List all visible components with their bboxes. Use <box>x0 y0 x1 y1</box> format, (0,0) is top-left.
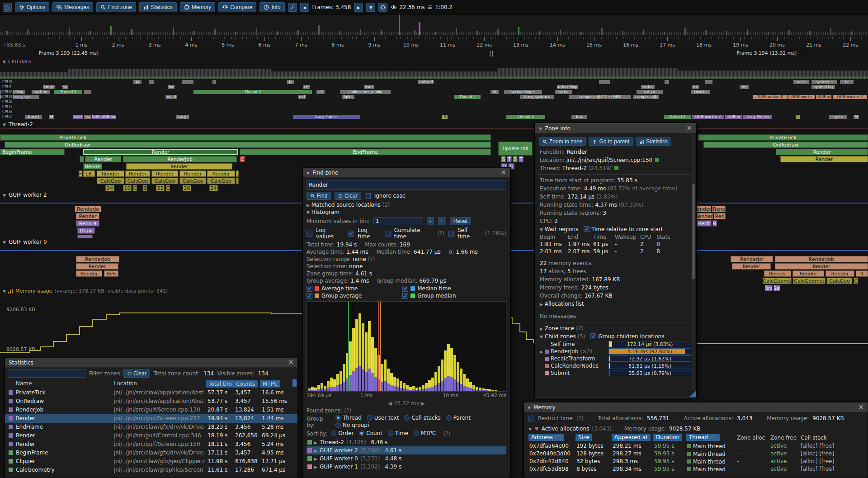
group-by-option[interactable]: Thread <box>335 415 362 421</box>
timeline-zone[interactable]: ja <box>133 80 142 84</box>
sort-by-option[interactable]: MTPC <box>414 430 436 436</box>
timeline-zone[interactable]: 22 <box>156 185 165 191</box>
timeline-zone[interactable]: T <box>519 156 524 162</box>
cpu-usage-graph[interactable] <box>0 66 868 79</box>
timeline-zone[interactable]: Render <box>780 156 868 162</box>
column-header-mtpc[interactable]: MTPC <box>260 380 280 388</box>
timeline-zone[interactable]: CalcGeo <box>179 178 206 184</box>
timeline-zone[interactable]: Render <box>179 170 206 177</box>
clear-button[interactable]: Clear <box>335 192 361 200</box>
statistics-table-row[interactable]: Render jni/../jni/src/guif/Screen.cpp:15… <box>5 440 297 449</box>
timeline-zone[interactable]: cfi <box>316 90 325 94</box>
goto-frame-button[interactable] <box>378 3 387 12</box>
timeline-zone[interactable]: OnRedraw <box>5 142 491 148</box>
sort-by-option[interactable]: Order <box>331 430 354 436</box>
allocation-row[interactable]: 0x7e049b3d00 128 bytes 298.27 ms 59.95 s… <box>524 450 868 458</box>
allocation-address[interactable]: 0x7dfc42d640 <box>529 458 569 464</box>
close-icon[interactable] <box>858 404 864 411</box>
timeline-zone[interactable]: C <box>133 185 137 191</box>
wait-region-row[interactable]: 1.91 ms1.97 ms61 μs -2R <box>535 241 696 248</box>
expand-icon[interactable] <box>314 448 317 453</box>
messages-button[interactable]: Messages <box>52 2 93 12</box>
timeline-zone[interactable]: 8 <box>143 185 147 191</box>
statistics-button[interactable]: Statistics <box>139 2 177 12</box>
timeline-zone[interactable]: Thread-2 <box>193 90 312 94</box>
timeline-zone[interactable]: Render <box>76 213 99 219</box>
statistics-table-row[interactable]: RenderJob jni/../jni/src/guif/Screen.cpp… <box>5 406 297 414</box>
legend-checkbox[interactable] <box>402 293 408 299</box>
find-zone-search-input[interactable] <box>307 180 506 190</box>
timeline-zone[interactable]: S <box>501 156 506 162</box>
timeline-zone[interactable]: Ren <box>714 213 726 219</box>
filter-zones-input[interactable] <box>9 369 85 378</box>
timeline-zone[interactable]: system-bg <box>811 85 835 89</box>
timeline-zone[interactable]: rot_co <box>637 90 663 94</box>
allocation-appeared-at[interactable]: 298.3 ms <box>613 458 638 464</box>
compare-button[interactable]: Compare <box>218 2 256 12</box>
timeline-zone[interactable]: sen-s <box>793 80 809 84</box>
timeline-zone[interactable]: RenderJol <box>731 256 773 262</box>
timeline-zone[interactable]: F <box>79 170 82 177</box>
statistics-table-row[interactable]: PrivateTick jni/../jni/src/claw/applicat… <box>5 388 297 397</box>
timeline-zone[interactable]: rot_d <box>165 95 177 99</box>
timeline-zone[interactable]: tracy_systrace <box>520 95 554 99</box>
memory-window-titlebar[interactable]: Memory <box>524 402 868 412</box>
timeline-zone[interactable]: Render <box>97 170 124 177</box>
timeline-zone[interactable] <box>77 235 93 238</box>
timeline-zone[interactable] <box>80 156 84 162</box>
timeline-zone[interactable]: cfr <box>303 85 310 89</box>
timeline-zone[interactable]: GUIF w <box>725 115 742 119</box>
timeline-zone[interactable]: syste <box>829 115 847 119</box>
timeline-zone[interactable] <box>665 80 669 84</box>
statistics-table-row[interactable]: Clipper jni/../jni/src/claw/gfx/geo/Clip… <box>5 457 297 466</box>
expand-icon[interactable] <box>540 349 543 354</box>
legend-toggle[interactable]: Group average <box>307 293 402 299</box>
scrollbar-thumb[interactable] <box>292 379 297 387</box>
radio-button[interactable] <box>414 431 419 436</box>
allocation-row[interactable]: 0x7dfc42d640 32 bytes 298.3 ms 59.95 s M… <box>524 458 868 465</box>
collapse-icon[interactable] <box>539 126 542 131</box>
zone-info-window-titlebar[interactable]: Zone info <box>535 123 696 133</box>
go-to-parent-button[interactable]: Go to parent <box>589 137 633 146</box>
timeline-zone[interactable]: CalcGeo <box>97 178 124 184</box>
sort-by-option[interactable]: Count <box>359 430 382 436</box>
radio-button[interactable] <box>388 431 393 436</box>
increment-button[interactable]: + <box>438 217 446 225</box>
timeline-zone[interactable]: Tra <box>84 115 91 119</box>
timeline-zone[interactable] <box>236 178 239 184</box>
timeline-zone[interactable]: Render <box>793 270 824 277</box>
timeline-zone[interactable]: GUIF worke <box>788 95 815 99</box>
child-zone-row[interactable]: Self time 172.14 μs (3.83%) <box>535 341 696 348</box>
scrollbar-thumb[interactable] <box>692 184 695 279</box>
frame-dropdown-button[interactable] <box>366 3 375 12</box>
allocation-call-stack[interactable]: [alloc] [free] <box>801 443 834 449</box>
timeline-zone[interactable]: C <box>166 185 170 191</box>
group-by-option[interactable]: Parent <box>446 415 471 421</box>
timeline-zone[interactable]: GUIF worker 2 <box>692 115 724 119</box>
zone-trace-toggle[interactable]: Zone trace (2) <box>535 324 696 332</box>
timeline-zone[interactable]: Thread-2 <box>54 90 82 94</box>
column-header-duration[interactable]: Duration <box>653 434 682 441</box>
timeline-zone[interactable]: kworke <box>691 90 710 94</box>
next-frame-button[interactable] <box>354 3 363 12</box>
column-header-name[interactable]: Name <box>16 380 32 387</box>
timeline-zone[interactable]: EndFrame <box>240 149 491 155</box>
group-children-checkbox[interactable] <box>590 333 596 339</box>
timeline-zone[interactable]: RenderJob <box>76 256 119 262</box>
zone-statistics-button[interactable]: Statistics <box>636 137 671 146</box>
memory-button[interactable]: Memory <box>180 2 215 12</box>
allocation-address[interactable]: 0x7dfaa64e00 <box>529 443 569 449</box>
timeline-zone[interactable]: Thread-2 <box>506 115 545 119</box>
allocation-row[interactable]: 0x7dfaa64e00 192 bytes 298.21 ms 59.95 s… <box>524 442 868 450</box>
timeline-zone[interactable]: GUIF <box>73 115 83 119</box>
timeline-zone[interactable]: RenderJ <box>695 206 711 212</box>
group-by-option[interactable]: User text <box>367 415 399 421</box>
timeline-zone[interactable]: CalcGeo <box>151 178 178 184</box>
timeline-zone[interactable]: Rende <box>83 163 102 170</box>
legend-checkbox[interactable] <box>307 293 312 299</box>
timeline-zone[interactable]: A <box>442 115 448 119</box>
timeline-zone[interactable]: RenderJob <box>775 256 868 262</box>
log-time-checkbox[interactable] <box>348 231 354 237</box>
timeline-zone[interactable]: Render <box>776 149 868 155</box>
timeline-zone[interactable]: CalcGeo <box>125 178 150 184</box>
